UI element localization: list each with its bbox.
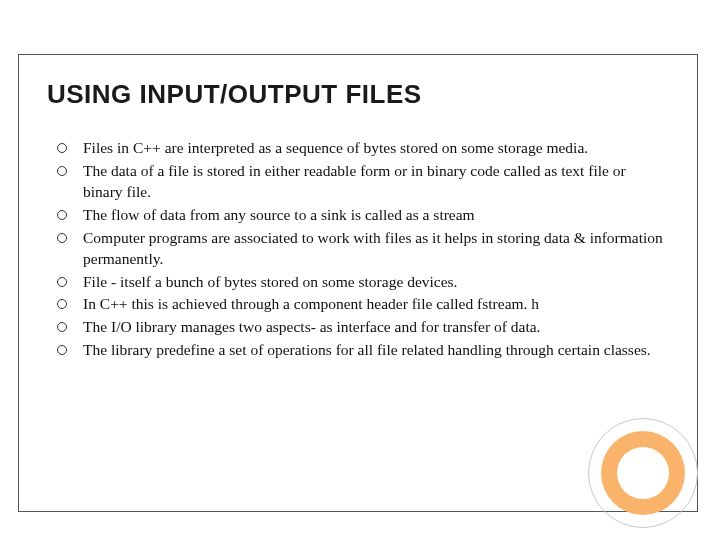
list-item: The I/O library manages two aspects- as … (55, 317, 669, 338)
list-item: File - itself a bunch of bytes stored on… (55, 272, 669, 293)
list-item: Computer programs are associated to work… (55, 228, 669, 270)
slide-title: USING INPUT/OUTPUT FILES (47, 79, 669, 110)
list-item: The data of a file is stored in either r… (55, 161, 669, 203)
list-item: Files in C++ are interpreted as a sequen… (55, 138, 669, 159)
list-item: The flow of data from any source to a si… (55, 205, 669, 226)
list-item: The library predefine a set of operation… (55, 340, 669, 361)
slide-frame: USING INPUT/OUTPUT FILES Files in C++ ar… (18, 54, 698, 512)
bullet-list: Files in C++ are interpreted as a sequen… (47, 138, 669, 361)
list-item: In C++ this is achieved through a compon… (55, 294, 669, 315)
